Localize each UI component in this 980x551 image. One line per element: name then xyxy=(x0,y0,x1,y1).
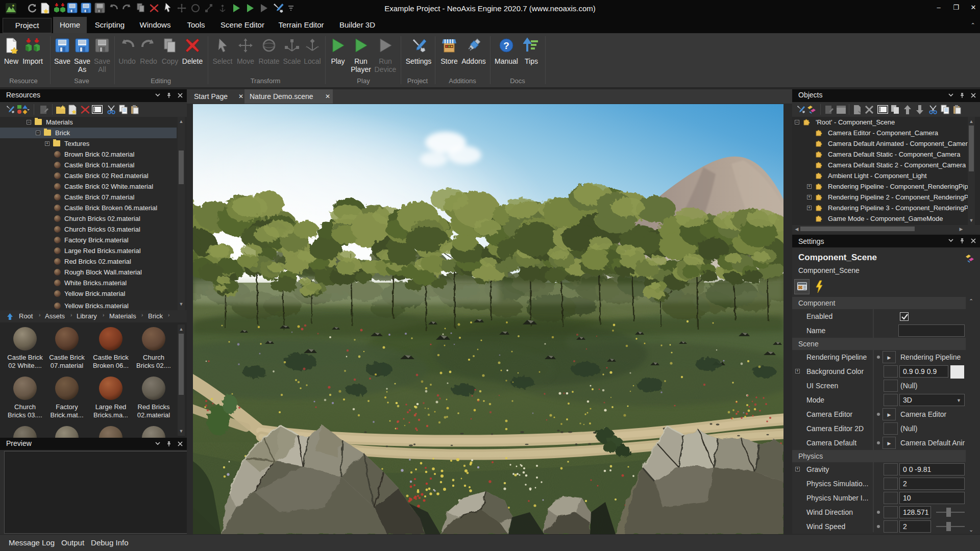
svg-text:?: ? xyxy=(503,40,509,51)
